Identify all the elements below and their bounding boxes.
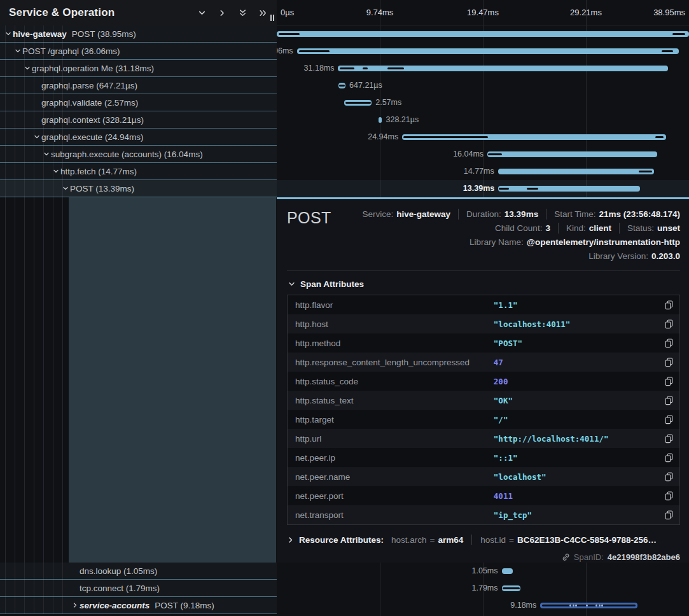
copy-button[interactable] xyxy=(659,453,673,463)
twisty[interactable] xyxy=(52,168,60,174)
timeline-row[interactable]: 24.94ms xyxy=(277,129,689,146)
span-bar[interactable] xyxy=(297,48,679,54)
detail-header: POST Service:hive-gatewayDuration:13.39m… xyxy=(287,207,680,262)
copy-button[interactable] xyxy=(659,472,673,482)
chevron-down-icon[interactable] xyxy=(15,48,21,54)
chevron-down-icon[interactable] xyxy=(43,151,50,157)
span-tree: hive-gatewayPOST (38.95ms)POST /graphql … xyxy=(0,25,277,197)
timeline-row[interactable]: 31.18ms xyxy=(277,60,689,77)
span-attributes-header[interactable]: Span Attributes xyxy=(288,279,680,289)
timeline-row[interactable]: 14.77ms xyxy=(277,163,689,180)
span-bar[interactable] xyxy=(498,186,640,192)
span-bar[interactable] xyxy=(540,603,637,608)
timeline-row[interactable]: 328.21µs xyxy=(277,111,689,129)
tree-row[interactable]: hive-gatewayPOST (38.95ms) xyxy=(0,25,277,43)
copy-button[interactable] xyxy=(659,319,673,329)
divider xyxy=(458,209,459,220)
span-bar[interactable] xyxy=(379,117,382,123)
copy-button[interactable] xyxy=(659,415,673,424)
chevron-down-icon[interactable] xyxy=(62,185,69,192)
copy-icon xyxy=(665,358,673,367)
metadata-key: Duration: xyxy=(466,209,501,220)
tree-row[interactable]: graphql.validate (2.57ms) xyxy=(0,94,277,111)
attribute-row: net.peer.name"localhost" xyxy=(288,467,679,486)
timeline-row[interactable]: 13.39ms xyxy=(277,180,689,197)
tree-row[interactable]: graphql.context (328.21µs) xyxy=(0,111,277,129)
splitter-drag-handle[interactable] xyxy=(270,15,274,21)
span-bar[interactable] xyxy=(344,100,372,106)
tree-row[interactable]: subgraph.execute (accounts) (16.04ms) xyxy=(0,146,277,163)
metadata-key: Library Name: xyxy=(470,237,524,248)
service-name: service-accounts xyxy=(80,601,150,610)
attribute-row: http.host"localhost:4011" xyxy=(288,314,679,333)
copy-button[interactable] xyxy=(659,339,673,348)
chevron-down-icon[interactable] xyxy=(5,31,11,37)
span-bar[interactable] xyxy=(502,585,521,591)
operation-name: POST (13.39ms) xyxy=(70,184,134,193)
tree-row[interactable]: graphql.operation Me (31.18ms) xyxy=(0,60,277,77)
span-bar[interactable] xyxy=(277,31,689,37)
tree-row[interactable]: graphql.execute (24.94ms) xyxy=(0,129,277,146)
chevron-right-icon[interactable] xyxy=(72,602,78,608)
copy-icon xyxy=(665,453,673,463)
copy-button[interactable] xyxy=(659,377,673,386)
copy-button[interactable] xyxy=(659,396,673,405)
tree-row[interactable]: http.fetch (14.77ms) xyxy=(0,163,277,180)
timeline-row[interactable]: 9.18ms xyxy=(277,597,689,614)
tree-row[interactable]: service-accountsPOST (9.18ms) xyxy=(0,597,277,614)
tree-row[interactable]: tcp.connect (1.79ms) xyxy=(0,580,277,597)
span-bar[interactable] xyxy=(487,151,657,157)
collapse-one-icon[interactable] xyxy=(194,5,209,20)
span-bar[interactable] xyxy=(338,83,345,88)
chevron-down-icon[interactable] xyxy=(53,168,59,174)
link-icon[interactable] xyxy=(562,553,570,561)
metadata-key: Service: xyxy=(362,209,393,220)
metadata-key: Library Version: xyxy=(588,251,648,262)
copy-button[interactable] xyxy=(659,358,673,367)
copy-button[interactable] xyxy=(659,491,673,501)
span-bar[interactable] xyxy=(338,66,668,71)
resource-attributes-row[interactable]: Resource Attributes: host.arch=arm64host… xyxy=(287,535,680,545)
metadata-value: 3 xyxy=(545,223,550,234)
tree-row[interactable]: POST (13.39ms) xyxy=(0,180,277,197)
resource-value: arm64 xyxy=(438,535,463,545)
timeline-row[interactable]: 16.04ms xyxy=(277,146,689,163)
twisty[interactable] xyxy=(61,185,70,192)
tree-row[interactable]: graphql.parse (647.21µs) xyxy=(0,77,277,94)
service-name: hive-gateway xyxy=(13,29,67,39)
twisty[interactable] xyxy=(71,602,80,608)
tree-row[interactable]: dns.lookup (1.05ms) xyxy=(0,563,277,580)
copy-button[interactable] xyxy=(659,300,673,310)
collapse-all-icon[interactable] xyxy=(235,5,250,20)
operation-name: graphql.operation Me (31.18ms) xyxy=(32,64,154,73)
twisty[interactable] xyxy=(32,134,41,140)
tree-row[interactable]: POST /graphql (36.06ms) xyxy=(0,43,277,60)
timeline-row[interactable]: 38.95ms xyxy=(277,25,689,43)
chevron-down-icon[interactable] xyxy=(34,134,40,140)
twisty[interactable] xyxy=(13,48,22,54)
timeline-row[interactable]: 1.79ms xyxy=(277,580,689,597)
copy-button[interactable] xyxy=(659,510,673,520)
copy-button[interactable] xyxy=(659,434,673,444)
attribute-key: http.target xyxy=(295,415,494,424)
span-bar[interactable] xyxy=(502,568,513,574)
span-duration-label: 16.04ms xyxy=(453,146,487,163)
expand-all-icon[interactable] xyxy=(255,5,270,20)
span-bar[interactable] xyxy=(402,134,666,140)
expand-one-icon[interactable] xyxy=(214,5,230,20)
timeline-row[interactable]: 1.05ms xyxy=(277,563,689,580)
twisty[interactable] xyxy=(4,31,13,37)
twisty[interactable] xyxy=(42,151,51,157)
chevron-down-icon[interactable] xyxy=(24,65,31,71)
timeline-row[interactable]: 36.06ms xyxy=(277,43,689,60)
span-bar[interactable] xyxy=(498,169,655,174)
metadata-value: 21ms (23:56:48.174) xyxy=(599,209,680,220)
chevron-right-icon[interactable] xyxy=(287,536,294,543)
equals-sign: = xyxy=(430,535,435,545)
attribute-value: "ip_tcp" xyxy=(494,510,659,520)
attribute-value: "localhost" xyxy=(494,472,659,482)
operation-name: POST (38.95ms) xyxy=(72,29,136,39)
timeline-row[interactable]: 2.57ms xyxy=(277,94,689,111)
twisty[interactable] xyxy=(23,65,32,71)
timeline-row[interactable]: 647.21µs xyxy=(277,77,689,94)
